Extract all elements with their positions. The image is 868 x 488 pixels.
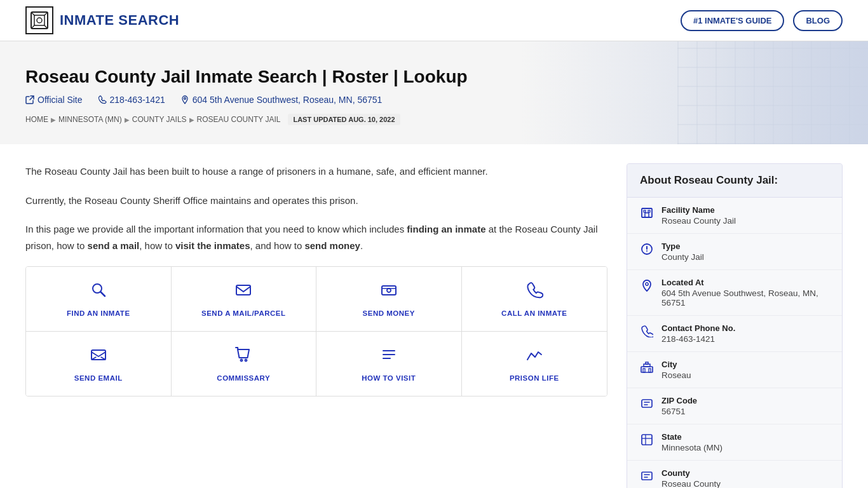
- official-site-link[interactable]: Official Site: [25, 95, 83, 105]
- sidebar-row-value: Roseau: [661, 370, 691, 380]
- sidebar-row-value: Roseau County Jail: [661, 216, 736, 226]
- link-icon: [25, 95, 34, 104]
- sidebar-row-icon: [640, 361, 654, 377]
- sidebar-row-label: City: [661, 360, 691, 369]
- action-icon: [526, 281, 543, 303]
- sidebar-row-label: County: [661, 468, 721, 478]
- action-cell[interactable]: SEND EMAIL: [26, 332, 172, 396]
- paragraph-3: In this page we provide all the importan…: [25, 221, 607, 254]
- sidebar-row-label: Facility Name: [661, 205, 736, 215]
- sidebar-card: About Roseau County Jail: Facility Name …: [627, 163, 843, 488]
- sidebar-row-value: Minnesota (MN): [661, 443, 722, 452]
- phone-link[interactable]: 218-463-1421: [98, 95, 165, 105]
- hero-background: [677, 41, 868, 144]
- breadcrumb-home[interactable]: HOME: [25, 115, 48, 124]
- sidebar-row: City Roseau: [627, 352, 842, 388]
- sidebar-row: State Minnesota (MN): [627, 424, 842, 461]
- sidebar-row: Located At 604 5th Avenue Southwest, Ros…: [627, 270, 842, 316]
- hero-section: Roseau County Jail Inmate Search | Roste…: [0, 41, 868, 144]
- sidebar-row-content: Contact Phone No. 218-463-1421: [661, 323, 735, 344]
- action-cell[interactable]: PRISON LIFE: [462, 332, 607, 396]
- sidebar-row-icon: [640, 279, 654, 295]
- action-cell[interactable]: FIND AN INMATE: [26, 267, 172, 331]
- svg-point-16: [241, 360, 243, 362]
- action-cell[interactable]: CALL AN INMATE: [462, 267, 607, 331]
- page-title: Roseau County Jail Inmate Search | Roste…: [25, 67, 534, 87]
- svg-point-28: [646, 283, 648, 285]
- sidebar-row-label: State: [661, 432, 722, 442]
- bold-visit: visit the inmates: [175, 240, 250, 251]
- breadcrumb-sep1: ▶: [51, 116, 56, 123]
- address-icon: [180, 95, 189, 104]
- sidebar-row: Contact Phone No. 218-463-1421: [627, 316, 842, 352]
- svg-rect-34: [642, 400, 652, 407]
- sidebar-row: Type County Jail: [627, 234, 842, 270]
- action-label: COMMISSARY: [217, 374, 270, 382]
- svg-rect-9: [236, 285, 250, 295]
- guide-button[interactable]: #1 INMATE'S GUIDE: [681, 10, 784, 31]
- action-label: SEND A MAIL/PARCEL: [201, 309, 286, 317]
- sidebar-row-icon: [640, 243, 654, 259]
- sidebar-row-icon: [640, 433, 654, 449]
- action-icon: [526, 346, 543, 368]
- sidebar-row-value: 218-463-1421: [661, 334, 735, 344]
- action-cell[interactable]: HOW TO VISIT: [316, 332, 462, 396]
- action-label: SEND EMAIL: [74, 374, 123, 382]
- sidebar-row-content: Located At 604 5th Avenue Southwest, Ros…: [661, 278, 829, 308]
- svg-point-11: [387, 288, 391, 292]
- svg-rect-10: [382, 286, 396, 295]
- sidebar-row-value: County Jail: [661, 252, 704, 262]
- sidebar-row: ZIP Code 56751: [627, 388, 842, 424]
- sidebar-row-content: Type County Jail: [661, 241, 704, 262]
- action-label: HOW TO VISIT: [362, 374, 416, 382]
- action-row-2: SEND EMAILCOMMISSARYHOW TO VISITPRISON L…: [26, 332, 607, 396]
- svg-rect-23: [644, 210, 646, 212]
- svg-rect-37: [642, 435, 652, 445]
- breadcrumb-current: ROSEAU COUNTY JAIL: [197, 115, 281, 124]
- logo-link[interactable]: INMATE SEARCH: [25, 6, 179, 34]
- logo-text: INMATE SEARCH: [60, 12, 179, 29]
- sidebar-row-content: City Roseau: [661, 360, 691, 380]
- header-nav: #1 INMATE'S GUIDE BLOG: [681, 10, 843, 31]
- action-icon: [380, 346, 398, 368]
- sidebar-row-content: ZIP Code 56751: [661, 396, 697, 416]
- action-cell[interactable]: SEND A MAIL/PARCEL: [172, 267, 317, 331]
- address-text: 604 5th Avenue Southwest, Roseau, MN, 56…: [180, 95, 383, 105]
- svg-point-7: [184, 98, 186, 100]
- bold-mail: send a mail: [88, 240, 140, 251]
- breadcrumb-sep2: ▶: [125, 116, 130, 123]
- paragraph-2: Currently, the Roseau County Sheriff Off…: [25, 193, 607, 209]
- sidebar-row-content: County Roseau County: [661, 468, 721, 488]
- breadcrumb-state[interactable]: MINNESOTA (MN): [58, 115, 122, 124]
- action-cell[interactable]: SEND MONEY: [316, 267, 462, 331]
- paragraph-1: The Roseau County Jail has been built to…: [25, 163, 607, 180]
- svg-rect-1: [34, 15, 44, 25]
- sidebar-row-label: ZIP Code: [661, 396, 697, 405]
- sidebar-row-icon: [640, 325, 654, 341]
- blog-button[interactable]: BLOG: [793, 10, 843, 31]
- sidebar-row-value: 56751: [661, 407, 697, 416]
- action-cell[interactable]: COMMISSARY: [172, 332, 317, 396]
- sidebar: About Roseau County Jail: Facility Name …: [627, 163, 843, 488]
- svg-rect-31: [646, 362, 648, 364]
- breadcrumb-section[interactable]: COUNTY JAILS: [132, 115, 187, 124]
- svg-rect-24: [648, 210, 650, 212]
- site-header: INMATE SEARCH #1 INMATE'S GUIDE BLOG: [0, 0, 868, 41]
- action-icon: [380, 281, 398, 303]
- svg-rect-22: [645, 213, 649, 217]
- sidebar-row-value: 604 5th Avenue Southwest, Roseau, MN, 56…: [661, 288, 829, 308]
- sidebar-rows-container: Facility Name Roseau County Jail Type Co…: [627, 198, 842, 488]
- breadcrumb-sep3: ▶: [189, 116, 194, 123]
- sidebar-row-value: Roseau County: [661, 479, 721, 488]
- action-icon: [234, 281, 252, 303]
- svg-point-2: [37, 18, 42, 23]
- phone-icon: [98, 95, 107, 104]
- action-label: FIND AN INMATE: [67, 309, 130, 317]
- action-icon: [90, 346, 107, 368]
- svg-rect-40: [642, 472, 652, 480]
- sidebar-row-content: State Minnesota (MN): [661, 432, 722, 452]
- action-label: CALL AN INMATE: [501, 309, 567, 317]
- action-label: SEND MONEY: [363, 309, 415, 317]
- sidebar-row-icon: [640, 470, 654, 485]
- sidebar-row-label: Type: [661, 241, 704, 251]
